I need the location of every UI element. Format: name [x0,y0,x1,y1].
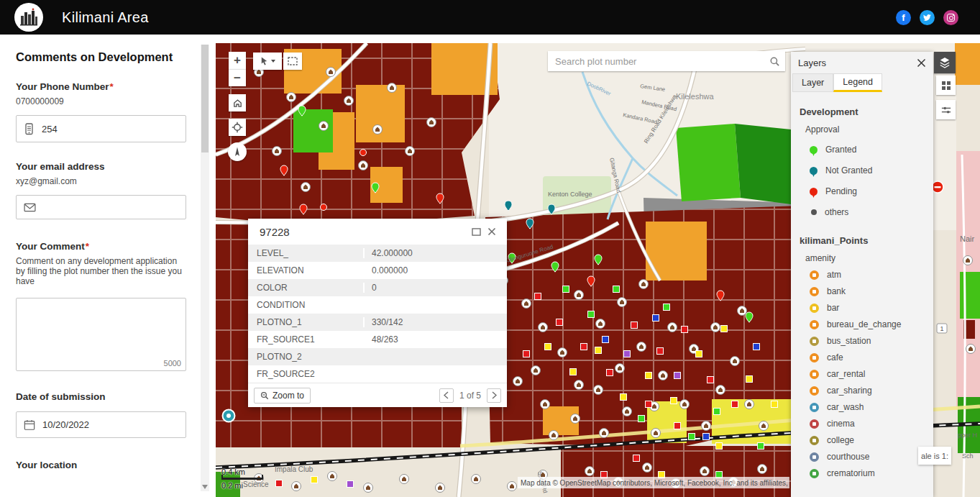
table-row: COLOR0 [248,279,507,296]
locate-button[interactable] [229,119,246,136]
courthouse-icon [810,452,819,462]
chevron-down-icon [271,60,275,63]
table-row: PLOTNO_2 [248,348,507,365]
map-label-school: Sch [962,452,974,460]
home-button[interactable] [229,94,246,111]
char-counter: 5000 [164,359,181,368]
popup-close-button[interactable] [484,224,500,240]
pending-pin-icon [810,188,818,196]
email-input[interactable] [43,202,178,213]
map-scale-text: ale is 1: [921,452,948,460]
tab-layer[interactable]: Layer [792,73,833,92]
legend-item-car-rental: car_rental [810,369,926,379]
legend-sublayer-title: amenity [805,253,926,263]
legend-item-crematorium: crematorium [810,468,926,478]
rectangle-select-button[interactable] [283,53,302,70]
map-label-kileleshwa: Kileleshwa [676,92,714,101]
comment-textarea[interactable] [16,298,186,371]
location-field-group: Your location [16,460,187,470]
app-logo [14,3,43,32]
legend-sublayer-title: Approval [805,124,926,134]
pagination-label: 1 of 5 [459,391,481,401]
email-hint: xyz@gmail.com [16,176,187,186]
facebook-icon[interactable]: f [896,10,911,25]
popup-pager: 1 of 5 [439,388,501,403]
date-input[interactable] [42,419,178,430]
legend-item-atm: atm [810,270,926,280]
legend-item-pending: Pending [810,186,926,197]
table-row: LEVEL_42.000000 [248,245,507,262]
close-icon [487,227,496,236]
email-input-box [16,195,186,219]
map-label-upper-hill: pper H [958,432,977,439]
table-row: PLOTNO_1330/142 [248,314,507,331]
bank-icon [810,287,819,296]
form-title: Comments on Development [16,50,187,64]
popup-title: 97228 [260,226,468,238]
legend-item-car-sharing: car_sharing [810,386,926,396]
email-label: Your email address [16,161,187,172]
zoom-to-label: Zoom to [273,391,304,401]
search-input[interactable] [548,56,764,67]
page-title: Kilimani Area [62,9,149,26]
atm-icon [810,270,819,280]
map-label-kenton-college: Kenton College [548,191,592,198]
scale-bar-line [221,478,263,480]
map-label-impala-club: Impala Club [275,465,313,473]
home-icon [232,98,243,109]
next-feature-button[interactable] [487,388,501,403]
others-dot-icon [811,209,817,215]
map-label-nairobi: Nair [960,234,975,243]
bar-icon [810,304,819,313]
layers-widget-button[interactable] [934,52,956,73]
swipe-widget-button[interactable] [936,100,956,119]
phone-hint: 0700000009 [16,96,187,106]
table-row: CONDITION [248,296,507,314]
legend-item-cinema: cinema [810,419,926,429]
layers-panel-title: Layers [798,58,826,68]
phone-input-box [16,115,186,142]
zoom-to-button[interactable]: Zoom to [254,388,311,403]
attribute-table: LEVEL_42.000000 ELEVATION0.000000 COLOR0… [248,245,507,383]
car-rental-icon [810,370,819,379]
required-asterisk: * [86,241,89,252]
layers-tabs: Layer Legend [791,73,933,92]
date-input-box [16,411,186,438]
comment-field-group: Your Comment* Comment on any development… [16,241,187,371]
scrollbar-down-arrow-icon[interactable] [202,485,208,489]
tab-legend[interactable]: Legend [833,73,882,92]
basemap-gallery-button[interactable] [936,76,956,95]
twitter-icon[interactable] [920,10,935,25]
comment-label: Your Comment* [16,241,187,252]
zoom-out-button[interactable]: − [229,69,246,86]
legend-item-bar: bar [810,303,926,313]
search-button[interactable] [764,51,785,71]
scrollbar-thumb[interactable] [201,45,209,152]
email-field-group: Your email address xyz@gmail.com [16,161,187,219]
legend-item-car-wash: car_wash [810,402,926,412]
granted-pin-icon [810,146,818,154]
college-icon [810,436,819,445]
plot-search [548,51,785,71]
scale-km-label: 0.4 km [221,468,263,476]
dock-button[interactable] [468,224,484,240]
locate-icon [232,122,243,133]
zoom-in-button[interactable]: + [229,52,246,69]
instagram-icon[interactable] [943,10,958,25]
compass-button[interactable] [228,142,247,161]
legend-item-college: college [810,435,926,445]
layers-close-button[interactable] [917,58,926,68]
phone-input[interactable] [42,124,178,134]
select-tool-button[interactable] [253,53,282,70]
legend-item-bank: bank [810,286,926,296]
legend-item-courthouse: courthouse [810,452,926,462]
layers-icon [938,56,951,69]
map-attribution: Map data © OpenStreetMap contributors, M… [518,477,789,488]
legend-item-bus-station: bus_station [810,336,926,346]
sidebar-scrollbar[interactable] [201,45,209,491]
previous-feature-button[interactable] [439,388,454,403]
date-field-group: Date of submission [16,391,187,438]
table-row: FR_SOURCE2 [248,365,507,383]
city-logo-icon [19,7,39,27]
envelope-icon [24,203,36,212]
